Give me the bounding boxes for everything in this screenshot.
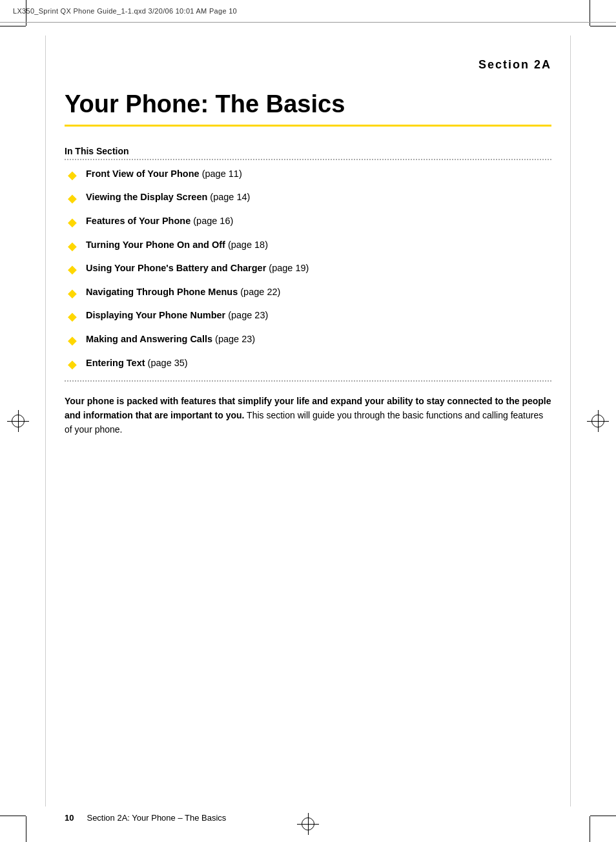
list-item-page: (page 23): [225, 310, 268, 320]
list-item-bold: Turning Your Phone On and Off: [86, 240, 225, 250]
diamond-icon: ◆: [68, 216, 77, 230]
list-item: ◆ Displaying Your Phone Number (page 23): [65, 309, 551, 324]
side-line-left: [45, 36, 46, 806]
diamond-icon: ◆: [68, 358, 77, 372]
list-item-text: Turning Your Phone On and Off (page 18): [86, 239, 268, 251]
diamond-icon: ◆: [68, 263, 77, 277]
list-item: ◆ Turning Your Phone On and Off (page 18…: [65, 239, 551, 254]
description-paragraph: Your phone is packed with features that …: [65, 395, 551, 436]
diamond-icon: ◆: [68, 240, 77, 254]
list-item: ◆ Using Your Phone's Battery and Charger…: [65, 262, 551, 277]
dotted-border-top: [65, 159, 551, 160]
list-item-text: Entering Text (page 35): [86, 357, 188, 369]
footer-page-number: 10: [65, 813, 74, 823]
list-item-bold: Features of Your Phone: [86, 216, 190, 226]
list-item-page: (page 35): [145, 358, 188, 368]
section-label: Section 2A: [65, 58, 551, 72]
crop-mark: [590, 26, 616, 26]
title-underline: [65, 125, 551, 127]
in-this-section-label: In This Section: [65, 146, 551, 156]
list-item-bold: Navigating Through Phone Menus: [86, 287, 238, 297]
page-title: Your Phone: The Basics: [65, 91, 551, 118]
list-item-page: (page 19): [266, 263, 309, 273]
list-item: ◆ Front View of Your Phone (page 11): [65, 168, 551, 183]
crop-mark: [590, 816, 616, 816]
list-item-bold: Entering Text: [86, 358, 145, 368]
registration-mark-left: [12, 415, 25, 427]
list-item: ◆ Making and Answering Calls (page 23): [65, 333, 551, 348]
diamond-icon: ◆: [68, 169, 77, 183]
diamond-icon: ◆: [68, 310, 77, 324]
list-item-bold: Viewing the Display Screen: [86, 192, 207, 202]
list-item-page: (page 23): [212, 334, 255, 344]
crop-mark: [0, 26, 26, 26]
list-item-bold: Making and Answering Calls: [86, 334, 212, 344]
list-item: ◆ Viewing the Display Screen (page 14): [65, 191, 551, 206]
crop-mark: [26, 816, 26, 842]
list-item-page: (page 16): [190, 216, 233, 226]
list-item-bold: Front View of Your Phone: [86, 169, 200, 179]
diamond-icon: ◆: [68, 334, 77, 348]
list-item-page: (page 22): [238, 287, 280, 297]
list-item-text: Viewing the Display Screen (page 14): [86, 191, 250, 203]
diamond-icon: ◆: [68, 287, 77, 301]
list-item-text: Features of Your Phone (page 16): [86, 215, 233, 227]
list-item-text: Front View of Your Phone (page 11): [86, 168, 242, 180]
list-item-page: (page 18): [225, 240, 268, 250]
crop-mark: [0, 816, 26, 816]
list-item-text: Using Your Phone's Battery and Charger (…: [86, 262, 309, 274]
diamond-icon: ◆: [68, 192, 77, 206]
footer: 10 Section 2A: Your Phone – The Basics: [65, 813, 551, 823]
side-line-right: [570, 36, 571, 806]
dotted-border-bottom: [65, 380, 551, 382]
list-item-page: (page 11): [200, 169, 242, 179]
list-item: ◆ Entering Text (page 35): [65, 357, 551, 372]
section-list: ◆ Front View of Your Phone (page 11) ◆ V…: [65, 168, 551, 371]
list-item-text: Making and Answering Calls (page 23): [86, 333, 255, 345]
crop-mark: [590, 816, 590, 842]
registration-mark-right: [591, 415, 604, 427]
list-item: ◆ Navigating Through Phone Menus (page 2…: [65, 286, 551, 301]
in-this-section-container: In This Section ◆ Front View of Your Pho…: [65, 146, 551, 382]
list-item: ◆ Features of Your Phone (page 16): [65, 215, 551, 230]
list-item-page: (page 14): [207, 192, 250, 202]
header-text: LX350_Sprint QX Phone Guide_1-1.qxd 3/20…: [13, 7, 237, 15]
list-item-bold: Displaying Your Phone Number: [86, 310, 225, 320]
list-item-text: Displaying Your Phone Number (page 23): [86, 309, 268, 322]
list-item-bold: Using Your Phone's Battery and Charger: [86, 263, 266, 273]
header-bar: LX350_Sprint QX Phone Guide_1-1.qxd 3/20…: [0, 0, 616, 23]
footer-section-text: Section 2A: Your Phone – The Basics: [87, 813, 226, 823]
main-content: Section 2A Your Phone: The Basics In Thi…: [65, 39, 551, 790]
list-item-text: Navigating Through Phone Menus (page 22): [86, 286, 280, 298]
